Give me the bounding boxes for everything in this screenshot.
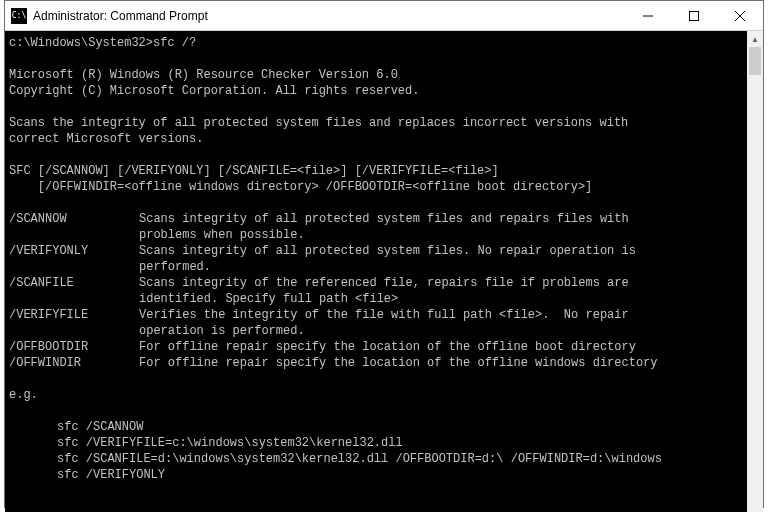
prompt-path: c:\Windows\System32>: [9, 36, 153, 50]
option-desc: Scans integrity of all protected system …: [139, 211, 699, 243]
example-line: sfc /VERIFYFILE=c:\windows\system32\kern…: [9, 435, 743, 451]
example-line: sfc /SCANNOW: [9, 419, 743, 435]
option-row: /VERIFYONLYScans integrity of all protec…: [9, 243, 743, 275]
close-button[interactable]: [717, 1, 763, 30]
scroll-up-arrow[interactable]: ▲: [747, 31, 763, 47]
option-row: /VERIFYFILEVerifies the integrity of the…: [9, 307, 743, 339]
option-desc: Scans integrity of the referenced file, …: [139, 275, 699, 307]
option-key: /OFFBOOTDIR: [9, 339, 139, 355]
output-line: Scans the integrity of all protected sys…: [9, 116, 628, 130]
vertical-scrollbar[interactable]: ▲ ▼: [747, 31, 763, 512]
option-key: /VERIFYONLY: [9, 243, 139, 259]
maximize-button[interactable]: [671, 1, 717, 30]
window-title: Administrator: Command Prompt: [33, 9, 208, 23]
cmd-icon: C:\: [11, 8, 27, 24]
option-row: /SCANFILEScans integrity of the referenc…: [9, 275, 743, 307]
output-line: SFC [/SCANNOW] [/VERIFYONLY] [/SCANFILE=…: [9, 164, 499, 178]
console-area: c:\Windows\System32>sfc /? Microsoft (R)…: [5, 31, 763, 512]
output-line: [/OFFWINDIR=<offline windows directory> …: [9, 180, 592, 194]
output-line: correct Microsoft versions.: [9, 132, 203, 146]
option-desc: For offline repair specify the location …: [139, 355, 699, 371]
output-line: e.g.: [9, 388, 38, 402]
option-desc: Verifies the integrity of the file with …: [139, 307, 699, 339]
option-row: /OFFBOOTDIRFor offline repair specify th…: [9, 339, 743, 355]
example-line: sfc /SCANFILE=d:\windows\system32\kernel…: [9, 451, 743, 467]
example-line: sfc /VERIFYONLY: [9, 467, 743, 483]
option-key: /SCANFILE: [9, 275, 139, 291]
cmd-window: C:\ Administrator: Command Prompt c:\Win…: [4, 0, 764, 508]
minimize-button[interactable]: [625, 1, 671, 30]
output-line: Copyright (C) Microsoft Corporation. All…: [9, 84, 419, 98]
scroll-thumb[interactable]: [749, 47, 761, 75]
option-key: /VERIFYFILE: [9, 307, 139, 323]
option-desc: Scans integrity of all protected system …: [139, 243, 699, 275]
console-output[interactable]: c:\Windows\System32>sfc /? Microsoft (R)…: [5, 31, 747, 512]
output-line: Microsoft (R) Windows (R) Resource Check…: [9, 68, 398, 82]
option-key: /OFFWINDIR: [9, 355, 139, 371]
prompt-command: sfc /?: [153, 36, 196, 50]
titlebar[interactable]: C:\ Administrator: Command Prompt: [5, 1, 763, 31]
option-desc: For offline repair specify the location …: [139, 339, 699, 355]
option-row: /OFFWINDIRFor offline repair specify the…: [9, 355, 743, 371]
option-row: /SCANNOWScans integrity of all protected…: [9, 211, 743, 243]
option-key: /SCANNOW: [9, 211, 139, 227]
svg-rect-1: [690, 11, 699, 20]
